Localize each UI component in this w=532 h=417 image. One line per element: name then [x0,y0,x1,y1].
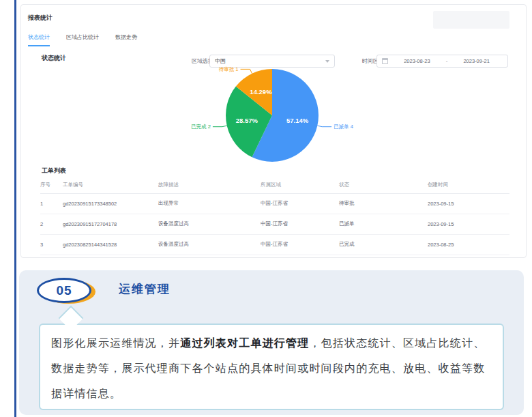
tab-item-2[interactable]: 数据走势 [115,33,137,46]
table-cell: 中国-江苏省 [261,214,339,234]
table-cell: 设备温度过高 [158,234,261,255]
chevron-down-icon [325,60,329,63]
section-number: 05 [56,283,72,298]
description-text: 图形化展示运维情况，并通过列表对工单进行管理，包括状态统计、区域占比统计、数据走… [51,330,492,406]
table-cell: 1 [40,193,63,214]
section-number-badge: 05 [37,278,95,304]
tab-item-0[interactable]: 状态统计 [28,33,50,46]
header-strip [433,11,509,29]
left-border-line [14,0,16,417]
table-cell: 已完成 [339,234,428,255]
date-range-picker[interactable]: 2023-08-23 - 2023-09-21 [376,55,508,68]
table-row[interactable]: 2gd20230915172704178设备温度过高中国-江苏省已派单2023-… [40,214,509,234]
tab-item-1[interactable]: 区域占比统计 [66,33,99,46]
status-pie-chart: 57.14%已派单 428.57%已完成 214.29%待审批 1 [185,63,376,173]
date-start[interactable]: 2023-08-23 [391,58,443,64]
worklist-section-title: 工单列表 [42,167,66,175]
pie-percent-label: 28.57% [236,117,258,124]
section-05-panel: 05 运维管理 图形化展示运维情况，并通过列表对工单进行管理，包括状态统计、区域… [19,270,524,415]
badge-ellipse: 05 [37,278,91,303]
table-cell: 设备温度过高 [158,214,261,234]
table-cell: gd20230825144341528 [63,234,158,255]
tab-bar: 状态统计区域占比统计数据走势 [28,33,137,46]
table-cell: 2023-09-15 [428,193,509,214]
pie-leader-line [317,126,331,127]
table-cell: gd20230915172704178 [63,214,158,234]
description-bubble: 图形化展示运维情况，并通过列表对工单进行管理，包括状态统计、区域占比统计、数据走… [39,323,504,410]
page-title: 报表统计 [28,14,53,23]
table-cell: gd20230915173348502 [63,193,158,214]
page: 报表统计 状态统计区域占比统计数据走势 状态统计 区域选择 中国 时间区间 20… [0,0,532,417]
table-cell: 3 [40,234,63,255]
pie-leader-line [213,126,227,127]
pie-outside-label: 待审批 1 [219,66,239,72]
table-cell: 2023-08-25 [428,234,509,255]
pie-percent-label: 57.14% [286,117,309,124]
pie-outside-label: 已完成 2 [191,124,211,130]
column-header: 故障描述 [158,177,261,193]
pie-leader-line [241,69,252,73]
table-cell: 2023-09-15 [428,214,509,234]
column-header: 所属区域 [261,177,339,193]
pie-percent-label: 14.29% [250,88,272,96]
table-cell: 已派单 [339,214,428,234]
column-header: 工单编号 [63,177,158,193]
status-section-title: 状态统计 [42,54,66,63]
pie-outside-label: 已派单 4 [334,124,353,130]
report-statistics-card: 报表统计 状态统计区域占比统计数据走势 状态统计 区域选择 中国 时间区间 20… [20,4,527,258]
table-row[interactable]: 3gd20230825144341528设备温度过高中国-江苏省已完成2023-… [40,234,509,255]
table-cell: 出现异常 [158,193,261,214]
section-title: 运维管理 [119,281,171,297]
table-cell: 2 [40,214,63,234]
work-order-table: 序号工单编号故障描述所属区域状态创建时间1gd20230915173348502… [40,177,509,255]
date-separator: - [446,58,448,64]
table-row[interactable]: 1gd20230915173348502出现异常中国-江苏省待审批2023-09… [40,193,509,214]
table-cell: 待审批 [339,193,428,214]
column-header: 序号 [40,177,63,193]
column-header: 状态 [339,177,428,193]
table-cell: 中国-江苏省 [261,234,339,255]
date-end[interactable]: 2023-09-21 [450,58,503,64]
calendar-icon [382,58,388,64]
column-header: 创建时间 [428,177,509,193]
table-cell: 中国-江苏省 [261,193,339,214]
